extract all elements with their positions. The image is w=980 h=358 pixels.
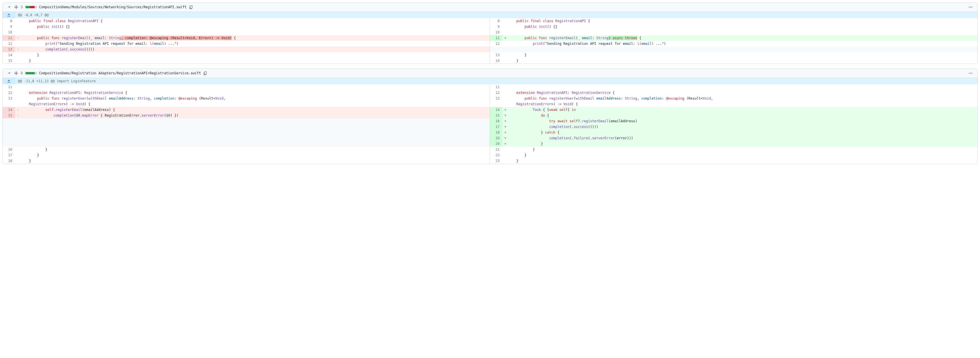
line-number[interactable]: 14 <box>490 58 503 64</box>
diff-line[interactable]: 9 public init() {} <box>490 24 977 30</box>
move-icon[interactable] <box>14 5 18 10</box>
diff-line[interactable]: 17+ completion(.success(())) <box>490 124 977 130</box>
diff-line[interactable]: 12 print("Sending Registration API reque… <box>490 41 977 46</box>
expand-up-icon[interactable] <box>3 78 15 84</box>
diff-line[interactable] <box>3 141 490 146</box>
line-number[interactable]: 13 <box>490 95 503 107</box>
line-number[interactable]: 8 <box>3 18 15 24</box>
diff-line[interactable]: 11 <box>3 84 490 90</box>
diff-line[interactable]: 20+ } <box>490 141 977 146</box>
line-number[interactable]: 23 <box>490 158 503 164</box>
diff-line[interactable] <box>3 130 490 135</box>
diff-line[interactable]: 12 extension RegistrationAPI: Registrati… <box>490 90 977 95</box>
line-number[interactable]: 12 <box>3 41 15 46</box>
diff-line[interactable]: 14 } <box>490 58 977 64</box>
line-number[interactable] <box>3 118 15 124</box>
diff-line[interactable]: 12 print("Sending Registration API reque… <box>3 41 490 46</box>
diff-line[interactable]: 15- completion($0.mapError { Registratio… <box>3 113 490 118</box>
line-number[interactable]: 13 <box>3 95 15 107</box>
line-number[interactable]: 22 <box>490 152 503 158</box>
kebab-menu-icon[interactable] <box>968 5 973 10</box>
diff-line[interactable]: 13 public func registerUser(withEmail em… <box>3 95 490 107</box>
diff-line[interactable]: 13- completion(.success(())) <box>3 46 490 52</box>
line-number[interactable]: 14 <box>3 107 15 113</box>
line-number[interactable] <box>3 124 15 130</box>
copy-icon[interactable] <box>203 71 208 75</box>
line-number[interactable]: 15 <box>3 113 15 118</box>
diff-line[interactable]: 18+ } catch { <box>490 130 977 135</box>
diff-line[interactable]: 12 extension RegistrationAPI: Registrati… <box>3 90 490 95</box>
diff-line[interactable]: 16+ try await self?.registerEmail(emailA… <box>490 118 977 124</box>
line-number[interactable] <box>3 135 15 141</box>
diff-line[interactable] <box>3 118 490 124</box>
line-number[interactable]: 19 <box>490 135 503 141</box>
line-number[interactable] <box>3 141 15 146</box>
expand-up-icon[interactable] <box>3 12 15 18</box>
diff-line[interactable]: 19+ completion(.failure(.serverError(err… <box>490 135 977 141</box>
diff-line[interactable]: 16 } <box>3 146 490 152</box>
line-number[interactable]: 16 <box>3 146 15 152</box>
line-number[interactable]: 20 <box>490 141 503 146</box>
line-number[interactable]: 14 <box>3 52 15 58</box>
diff-line[interactable]: 14- self.registerEmail(emailAddress) { <box>3 107 490 113</box>
chevron-down-icon[interactable] <box>7 5 12 10</box>
line-number[interactable]: 18 <box>3 158 15 164</box>
diff-line[interactable]: 11 <box>490 84 977 90</box>
diff-line[interactable]: 8 public final class RegistrationAPI { <box>3 18 490 24</box>
line-number[interactable]: 9 <box>3 24 15 30</box>
diff-line[interactable]: 14+ Task { [weak self] in <box>490 107 977 113</box>
diff-line[interactable]: 15+ do { <box>490 113 977 118</box>
diff-line[interactable]: 21 } <box>490 146 977 152</box>
line-number[interactable]: 15 <box>490 113 503 118</box>
diff-line[interactable]: 18 } <box>3 158 490 164</box>
code-content: completion($0.mapError { RegistrationErr… <box>21 113 490 118</box>
diff-line[interactable]: 22 } <box>490 152 977 158</box>
line-number[interactable] <box>490 46 503 52</box>
diff-line[interactable]: 9 public init() {} <box>3 24 490 30</box>
diff-line[interactable]: 15 } <box>3 58 490 64</box>
copy-icon[interactable] <box>189 5 193 10</box>
diff-line[interactable]: 14 } <box>3 52 490 58</box>
diff-line[interactable]: 13 } <box>490 52 977 58</box>
diff-marker <box>503 30 508 35</box>
line-number[interactable]: 14 <box>490 107 503 113</box>
diff-line[interactable]: 10 <box>490 30 977 35</box>
line-number[interactable]: 10 <box>3 30 15 35</box>
move-icon[interactable] <box>14 71 18 75</box>
line-number[interactable]: 18 <box>490 130 503 135</box>
line-number[interactable]: 15 <box>3 58 15 64</box>
line-number[interactable]: 13 <box>3 46 15 52</box>
file-path[interactable]: CompositionDemo/Modules/Sources/Networki… <box>39 5 186 9</box>
line-number[interactable]: 11 <box>3 35 15 41</box>
line-number[interactable]: 11 <box>490 84 503 90</box>
diff-line[interactable]: 17 } <box>3 152 490 158</box>
line-number[interactable]: 9 <box>490 24 503 30</box>
line-number[interactable]: 17 <box>490 124 503 130</box>
line-number[interactable]: 16 <box>490 118 503 124</box>
code-content: Task { [weak self] in <box>508 107 977 113</box>
diff-line[interactable]: 8 public final class RegistrationAPI { <box>490 18 977 24</box>
line-number[interactable]: 12 <box>490 41 503 46</box>
line-number[interactable]: 10 <box>490 30 503 35</box>
line-number[interactable]: 13 <box>490 52 503 58</box>
line-number[interactable]: 12 <box>490 90 503 95</box>
kebab-menu-icon[interactable] <box>968 71 973 75</box>
diff-line[interactable]: 23 } <box>490 158 977 164</box>
line-number[interactable]: 21 <box>490 146 503 152</box>
line-number[interactable] <box>3 130 15 135</box>
diff-line[interactable]: 10 <box>3 30 490 35</box>
chevron-down-icon[interactable] <box>7 71 12 75</box>
diff-line[interactable] <box>3 124 490 130</box>
diff-line[interactable]: 13 public func registerUser(withEmail em… <box>490 95 977 107</box>
line-number[interactable]: 11 <box>3 84 15 90</box>
diff-line[interactable]: 11+ public func registerEmail(_ email: S… <box>490 35 977 41</box>
code-content <box>21 118 490 124</box>
file-path[interactable]: CompositionDemo/Registration Adapters/Re… <box>39 71 201 75</box>
line-number[interactable]: 11 <box>490 35 503 41</box>
diff-line[interactable] <box>490 46 977 52</box>
line-number[interactable]: 8 <box>490 18 503 24</box>
diff-line[interactable]: 11- public func registerEmail(_ email: S… <box>3 35 490 41</box>
line-number[interactable]: 12 <box>3 90 15 95</box>
diff-line[interactable] <box>3 135 490 141</box>
line-number[interactable]: 17 <box>3 152 15 158</box>
